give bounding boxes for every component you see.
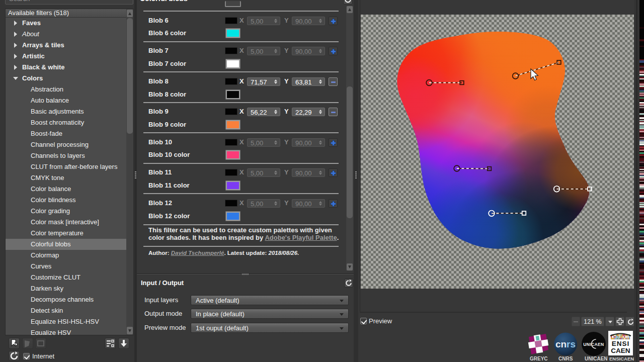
svg-text:UNICAEN: UNICAEN: [583, 342, 604, 347]
svg-text:CAEN: CAEN: [611, 347, 630, 354]
svg-text:cnrs: cnrs: [555, 339, 576, 349]
svg-text:ENSI: ENSI: [612, 340, 630, 347]
